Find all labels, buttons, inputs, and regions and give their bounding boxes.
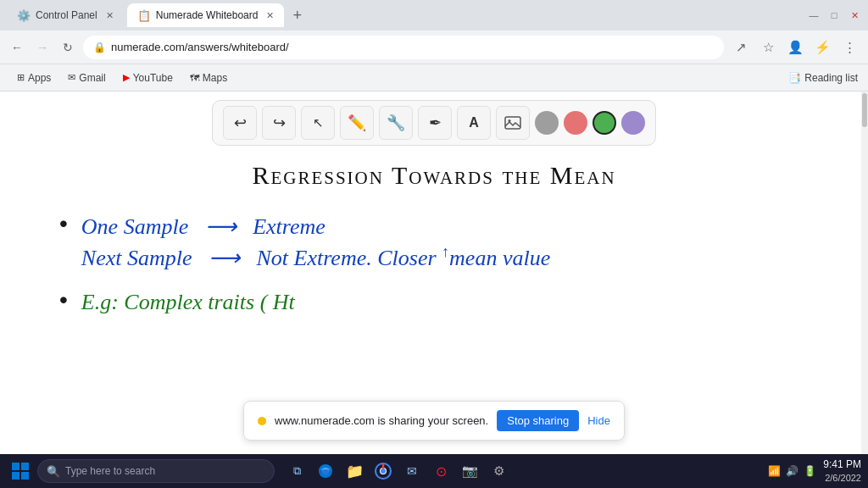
bookmark-youtube[interactable]: ▶ YouTube	[116, 69, 180, 87]
share-button[interactable]: ↗	[729, 36, 753, 59]
menu-button[interactable]: ⋮	[837, 36, 861, 59]
taskbar-clock: 9:41 PM 2/6/2022	[823, 458, 861, 485]
bullet-1: • One Sample ⟶ Extreme Next Sample ⟶ Not…	[34, 214, 834, 271]
scrollbar-thumb[interactable]	[862, 93, 867, 127]
browser-frame: ⚙️ Control Panel ✕ 📋 Numerade Whiteboard…	[0, 0, 868, 488]
scrollbar[interactable]	[861, 92, 868, 454]
bullet-2: • E.g: Complex traits ( Ht	[34, 290, 834, 315]
reading-list-button[interactable]: 📑 Reading list	[788, 72, 858, 84]
taskbar-time-display: 9:41 PM	[823, 458, 861, 472]
tab-label-control-panel: Control Panel	[36, 9, 97, 21]
color-purple[interactable]	[621, 111, 645, 135]
maximize-button[interactable]: □	[827, 8, 841, 22]
minimize-button[interactable]: —	[807, 8, 821, 22]
bullet-dot-2: •	[59, 288, 68, 312]
taskbar: 🔍 Type here to search ⧉ 📁 ✉ ⊙ 📷 ⚙ 📶 🔊 🔋	[0, 454, 868, 488]
title-bar: ⚙️ Control Panel ✕ 📋 Numerade Whiteboard…	[0, 0, 868, 30]
bullet1-line2: Next Sample ⟶ Not Extreme. Closer ↑mean …	[81, 243, 550, 271]
stop-sharing-button[interactable]: Stop sharing	[497, 410, 579, 431]
opera-icon[interactable]: ⊙	[429, 459, 453, 483]
bookmark-button[interactable]: ☆	[756, 36, 780, 59]
network-icon: 📶	[768, 465, 781, 477]
reading-list-label: Reading list	[804, 72, 858, 84]
undo-tool[interactable]: ↩	[223, 106, 257, 140]
bullet1-line1: One Sample ⟶ Extreme	[81, 214, 550, 240]
lock-icon: 🔒	[93, 42, 106, 53]
apps-icon: ⊞	[17, 72, 25, 83]
new-tab-button[interactable]: +	[287, 7, 307, 25]
bookmark-gmail-label: Gmail	[79, 72, 105, 84]
bullet-dot-1: •	[59, 212, 68, 236]
bookmark-apps-label: Apps	[28, 72, 51, 84]
color-green[interactable]	[593, 111, 616, 135]
url-text: numerade.com/answers/whiteboard/	[111, 41, 289, 53]
gmail-icon: ✉	[68, 72, 75, 83]
tab-control-panel[interactable]: ⚙️ Control Panel ✕	[7, 3, 124, 27]
reading-list-icon: 📑	[788, 72, 801, 84]
youtube-icon: ▶	[123, 72, 130, 83]
close-button[interactable]: ✕	[848, 8, 861, 22]
whiteboard-title: Regression Towards the Mean	[34, 161, 834, 190]
profile-button[interactable]: 👤	[783, 36, 807, 59]
reload-button[interactable]: ↻	[58, 37, 78, 58]
camera-icon[interactable]: 📷	[458, 459, 481, 483]
file-explorer-icon[interactable]: 📁	[342, 459, 366, 483]
bookmark-youtube-label: YouTube	[133, 72, 173, 84]
bookmark-apps[interactable]: ⊞ Apps	[10, 69, 58, 87]
task-view-button[interactable]: ⧉	[285, 459, 309, 483]
bookmark-gmail[interactable]: ✉ Gmail	[61, 69, 112, 87]
toolbar-actions: ↗ ☆ 👤 ⚡ ⋮	[729, 36, 861, 59]
tab-numerade[interactable]: 📋 Numerade Whiteboard ✕	[127, 3, 285, 27]
wrench-tool[interactable]: 🔧	[379, 106, 413, 140]
search-icon: 🔍	[47, 465, 60, 478]
maps-icon: 🗺	[190, 73, 199, 83]
whiteboard-toolbar: ↩ ↪ ↖ ✏️ 🔧 ✒ A	[0, 92, 868, 152]
image-tool[interactable]	[496, 106, 530, 140]
forward-button[interactable]: →	[32, 37, 53, 58]
marker-tool[interactable]: ✒	[418, 106, 452, 140]
screen-share-message: www.numerade.com is sharing your screen.	[275, 414, 488, 427]
tab-label-numerade: Numerade Whiteboard	[156, 9, 259, 21]
address-bar: ← → ↻ 🔒 numerade.com/answers/whiteboard/…	[0, 30, 868, 64]
color-pink[interactable]	[564, 111, 587, 135]
bookmarks-bar: ⊞ Apps ✉ Gmail ▶ YouTube 🗺 Maps 📑 Readin…	[0, 64, 868, 92]
tab-close-numerade[interactable]: ✕	[266, 10, 274, 21]
page-content: ↩ ↪ ↖ ✏️ 🔧 ✒ A Regression Towards the Me…	[0, 92, 868, 454]
bookmark-maps-label: Maps	[203, 72, 227, 84]
hide-button[interactable]: Hide	[587, 414, 610, 427]
battery-icon: 🔋	[804, 465, 816, 477]
color-gray[interactable]	[535, 111, 559, 135]
taskbar-date-display: 2/6/2022	[823, 472, 861, 485]
extensions-button[interactable]: ⚡	[810, 36, 834, 59]
bookmark-maps[interactable]: 🗺 Maps	[183, 69, 234, 87]
tab-close-control-panel[interactable]: ✕	[106, 10, 114, 21]
text-tool[interactable]: A	[457, 106, 491, 140]
back-button[interactable]: ←	[7, 37, 27, 58]
svg-point-4	[320, 469, 331, 474]
taskbar-icons: ⧉ 📁 ✉ ⊙ 📷 ⚙	[285, 459, 510, 483]
speaker-icon: 🔊	[786, 465, 798, 477]
svg-point-7	[381, 469, 386, 474]
screen-share-banner: www.numerade.com is sharing your screen.…	[243, 401, 625, 441]
bullet2-line1: E.g: Complex traits ( Ht	[81, 290, 295, 315]
system-tray: 📶 🔊 🔋	[768, 465, 816, 477]
share-indicator-dot	[258, 417, 266, 425]
mail-icon[interactable]: ✉	[400, 459, 424, 483]
taskbar-search[interactable]: 🔍 Type here to search	[37, 459, 275, 483]
settings-icon[interactable]: ⚙	[487, 459, 510, 483]
pencil-tool[interactable]: ✏️	[340, 106, 374, 140]
edge-icon[interactable]	[314, 459, 337, 483]
svg-rect-0	[505, 117, 520, 129]
chrome-icon[interactable]	[371, 459, 395, 483]
start-button[interactable]	[7, 458, 34, 485]
taskbar-right: 📶 🔊 🔋 9:41 PM 2/6/2022	[768, 458, 861, 485]
url-bar[interactable]: 🔒 numerade.com/answers/whiteboard/	[83, 36, 724, 59]
toolbar-container: ↩ ↪ ↖ ✏️ 🔧 ✒ A	[212, 100, 656, 146]
taskbar-search-placeholder: Type here to search	[65, 465, 155, 477]
window-controls: — □ ✕	[807, 8, 861, 22]
select-tool[interactable]: ↖	[301, 106, 335, 140]
windows-logo-icon	[12, 463, 29, 480]
redo-tool[interactable]: ↪	[262, 106, 296, 140]
